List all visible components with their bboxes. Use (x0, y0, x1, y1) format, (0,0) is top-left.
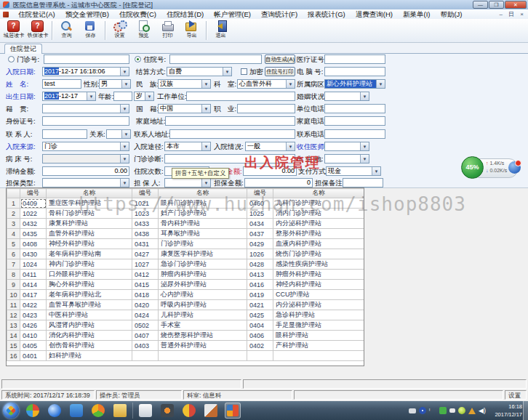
ward-code-cell[interactable]: 0437 (247, 229, 273, 239)
ward-code-cell[interactable]: 1022 (20, 209, 47, 219)
birth-date-picker[interactable]: 2017-12-17 ▼ (42, 92, 96, 101)
speed-widget[interactable]: ↑ 1.4K/s ↓ 0.02K/s 45% (461, 156, 521, 179)
home-phone-input[interactable] (324, 116, 385, 126)
mdi-window-controls[interactable]: – 日 × (499, 9, 526, 19)
ward-code-cell[interactable]: 1024 (20, 259, 47, 270)
pay-method-select[interactable]: 现金▼ (326, 166, 381, 176)
360-safety-icon[interactable] (458, 407, 465, 414)
ward-code-cell[interactable]: 0420 (132, 300, 159, 310)
ward-code-cell[interactable]: 0406 (247, 331, 273, 341)
ward-code-cell[interactable]: 0407 (132, 331, 159, 341)
table-row[interactable]: 140410消化内科护理站0407烧伤整形科护理站0406眼科护理站 (7, 331, 364, 341)
open-app-misc[interactable] (181, 403, 197, 419)
toolbar-button-exit[interactable]: 退出 (209, 20, 233, 42)
ward-code-cell[interactable]: 0430 (20, 249, 47, 259)
menu-item[interactable]: 预交金管理(B) (60, 9, 114, 19)
ward-name-cell[interactable]: 血液内科护理站 (273, 239, 364, 249)
ward-name-cell[interactable]: 消化内科护理站 (47, 331, 132, 341)
ward-code-cell[interactable]: 1027 (132, 259, 159, 270)
ward-code-cell[interactable]: 0411 (20, 270, 47, 280)
pinned-app-icon-netdisk[interactable] (68, 403, 84, 419)
medical-cert-input[interactable] (324, 54, 385, 64)
ward-name-cell[interactable]: 血管外科护理站 (47, 229, 132, 239)
unit-phone-input[interactable] (324, 104, 385, 113)
ward-name-cell[interactable]: 妇科护理站 (47, 351, 132, 361)
ward-code-cell[interactable]: 1026 (247, 249, 273, 259)
contact-input[interactable] (42, 129, 87, 139)
guarantee-note-input[interactable] (343, 178, 383, 187)
doctor-select[interactable]: ▼ (324, 142, 369, 151)
ward-code-cell[interactable]: 0425 (247, 310, 273, 320)
ward-code-cell[interactable]: 0402 (247, 341, 273, 351)
nationality-select[interactable]: 中国▼ (158, 104, 211, 113)
bed-no-select[interactable]: ▼ (42, 154, 129, 163)
ward-name-cell[interactable]: 神经内科护理站 (273, 280, 364, 290)
pinned-app-icon-2345[interactable] (90, 403, 106, 419)
toolbar-button-card[interactable]: 城居读卡 (1, 20, 25, 42)
ward-name-cell[interactable]: 骨内科护理站 (159, 219, 247, 229)
ward-name-cell[interactable]: 神经外科护理站 (47, 239, 132, 249)
table-row[interactable]: 90414胸心外科护理站0415泌尿外科护理站0416神经内科护理站 (7, 280, 364, 290)
ward-code-cell[interactable]: 0417 (20, 290, 47, 300)
open-app-player[interactable] (159, 403, 175, 419)
ward-name-cell[interactable]: 老年病科护理站北 (47, 290, 132, 300)
ward-name-cell[interactable]: 内分泌科护理站 (273, 219, 364, 229)
ward-name-cell[interactable]: 眼科护理站 (273, 331, 364, 341)
ward-code-cell[interactable]: 0410 (20, 331, 47, 341)
ward-name-cell[interactable]: 口外眼科护理站 (47, 270, 132, 280)
menu-item[interactable]: 新菜单(I) (398, 9, 435, 19)
restore-button[interactable]: ❐ (489, 1, 504, 9)
ward-code-cell[interactable]: 0432 (20, 219, 47, 229)
gender-select[interactable]: 男▼ (99, 79, 131, 89)
toolbar-button-preview[interactable]: 预览 (132, 20, 156, 42)
ward-code-cell[interactable]: 0433 (132, 219, 159, 229)
tab-inpatient-registration[interactable]: 住院登记 (4, 44, 42, 54)
dept-select[interactable]: 心血管外科▼ (237, 79, 295, 89)
ward-code-cell[interactable] (247, 351, 273, 361)
ward-code-cell[interactable]: 0424 (132, 310, 159, 320)
marriage-select[interactable]: ▼ (324, 92, 369, 101)
ethnic-select[interactable]: 汉族▼ (158, 79, 211, 89)
ward-name-cell[interactable]: 整形外科护理站 (273, 229, 364, 239)
active-app-button[interactable] (225, 403, 241, 419)
ward-code-cell[interactable]: 0431 (132, 239, 159, 249)
computer-no-input[interactable] (324, 67, 385, 76)
ward-code-cell[interactable]: 0422 (20, 300, 47, 310)
ward-select[interactable]: 新心外科护理站▼ (324, 79, 385, 89)
table-row[interactable]: 60430老年病科护理站南0427康复医学科护理站1026烧伤门诊护理站 (7, 249, 364, 259)
native-place-select[interactable]: ▼ (42, 104, 129, 113)
ward-name-cell[interactable]: 老年病科护理站南 (47, 249, 132, 259)
ward-name-cell[interactable]: 门诊护理站 (159, 239, 247, 249)
ward-code-cell[interactable]: 0409 (20, 198, 47, 209)
ward-code-cell[interactable]: 0404 (247, 320, 273, 331)
ward-name-cell[interactable]: 烧伤整形科护理站 (159, 331, 247, 341)
envelope-icon[interactable] (409, 408, 416, 413)
ward-name-cell[interactable]: 内分泌科护理站 (273, 300, 364, 310)
encrypt-checkbox[interactable] (241, 68, 247, 75)
ward-name-cell[interactable]: 神内门诊护理站 (47, 259, 132, 270)
show-desktop-button[interactable] (523, 401, 528, 420)
ward-code-cell[interactable]: 0414 (20, 280, 47, 290)
late-fee-input[interactable]: 0.00 (42, 166, 129, 176)
menu-item[interactable]: 报表统计(G) (303, 9, 351, 19)
table-row[interactable]: 50408神经外科护理站0431门诊护理站0429血液内科护理站 (7, 239, 364, 249)
pinned-app-icon-1[interactable] (25, 403, 41, 419)
ward-code-cell[interactable]: 0435 (20, 229, 47, 239)
ward-code-cell[interactable]: 0421 (247, 300, 273, 310)
status-settings-button[interactable]: 设置 (505, 390, 527, 400)
outpatient-no-radio[interactable] (8, 56, 15, 62)
ward-code-cell[interactable]: 0413 (247, 270, 273, 280)
taskbar-clock[interactable]: 16:18 2017/12/17 (489, 403, 522, 419)
ward-code-cell[interactable]: 0403 (132, 341, 159, 351)
ward-name-cell[interactable]: 肿瘤内科护理站 (159, 270, 247, 280)
contact-phone-input[interactable] (324, 129, 385, 139)
menu-item[interactable]: 住院登记(A) (13, 9, 60, 19)
open-app-notes[interactable] (137, 403, 153, 419)
ward-name-cell[interactable] (159, 351, 247, 361)
ward-name-cell[interactable] (273, 351, 364, 361)
menu-item[interactable]: 住院结算(D) (161, 9, 209, 19)
taskbar-explorer-button[interactable] (112, 403, 128, 419)
ward-name-cell[interactable]: 风湿肾内护理站 (47, 320, 132, 331)
title-bar[interactable]: 医院信息管理系统 - 运城市中心医院 - [住院登记] — ❐ ✕ (0, 0, 528, 10)
ward-name-cell[interactable]: 呼吸内科护理站 (159, 300, 247, 310)
